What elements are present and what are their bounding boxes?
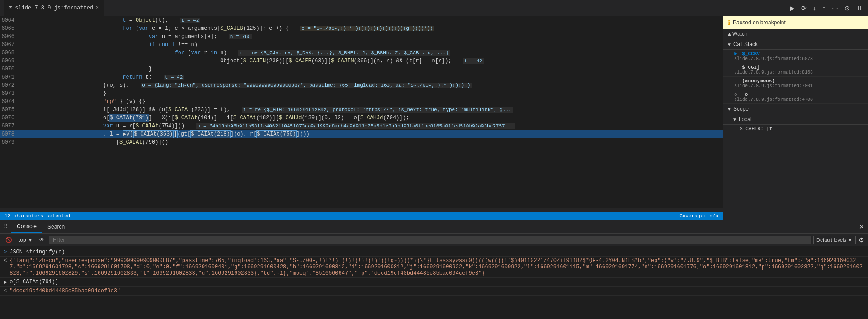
code-line-6073: 6073 }: [0, 89, 723, 98]
code-line-6065: 6065 for (var e = 1; e < arguments[$_CAJ…: [0, 24, 723, 33]
search-tab[interactable]: Search: [42, 220, 70, 233]
code-line-6074: 6074 "rp" } (v) {}: [0, 98, 723, 106]
console-tabs: ⠿ Console Search ✕: [0, 220, 868, 234]
local-chevron: ▼: [732, 117, 737, 122]
call-stack-item-0[interactable]: ► $_CCBv slide.7.8.9.js:formatted:6078: [723, 50, 868, 63]
call-stack-header[interactable]: ▼ Call Stack: [723, 39, 868, 50]
code-line-6066: 6066 var n = arguments[e]; n = 765: [0, 33, 723, 41]
console-line-3[interactable]: ▶ o[$_CAIAt(791)]: [0, 278, 868, 287]
code-line-6069: 6069 Object[$_CAJFN(230)][$_CAJEB(63)][$…: [0, 57, 723, 65]
clear-console-button[interactable]: 🚫: [4, 236, 14, 244]
deactivate-button[interactable]: ⊘: [843, 4, 852, 13]
console-line-4: < "dccd19cf40bd44485c85bac094cef9e3": [0, 287, 868, 296]
watch-section: ▶ Watch: [723, 29, 868, 39]
console-toolbar: 🚫 top ▼ 👁 Default levels ▼ ⚙: [0, 234, 868, 246]
call-stack-section: ▼ Call Stack ► $_CCBv slide.7.8.9.js:for…: [723, 39, 868, 104]
code-line-6072: 6072 }(o, s); o = {lang: "zh-cn", userre…: [0, 81, 723, 89]
breakpoint-notice: ℹ Paused on breakpoint: [723, 16, 868, 29]
code-line-6068: 6068 for (var r in n) r = ne {$_CJa: re,…: [0, 49, 723, 57]
local-label: Local: [739, 116, 752, 122]
bottom-panel: ⠿ Console Search ✕ 🚫 top ▼ 👁 Default lev…: [0, 220, 868, 319]
resume-button[interactable]: ▶: [788, 4, 797, 13]
code-line-6071: 6071 return t; t = 42: [0, 73, 723, 81]
console-text-1: JSON.stringify(o): [9, 249, 864, 255]
more-button[interactable]: ⋯: [830, 4, 840, 13]
close-panel-button[interactable]: ✕: [859, 223, 864, 230]
code-lines[interactable]: 6064 t = Object(t); t = 42 6065: [0, 16, 723, 208]
code-panel: 6064 t = Object(t); t = 42 6065: [0, 16, 723, 220]
info-icon: ℹ: [728, 19, 730, 26]
horizontal-scrollbar[interactable]: [0, 208, 723, 212]
watch-chevron: ▶: [726, 32, 731, 36]
editor-tab[interactable]: ⊡ slide.7.8.9.js:formatted ×: [4, 0, 104, 16]
console-arrow-4: <: [4, 288, 7, 294]
code-line-6079: 6079 [$_CAIAt(790)](): [0, 138, 723, 146]
tab-label: slide.7.8.9.js:formatted: [15, 5, 93, 11]
console-text-2: {"lang":"zh-cn","userresponse":"99909999…: [9, 258, 864, 277]
console-filter-input[interactable]: [49, 236, 811, 244]
console-line-2[interactable]: < {"lang":"zh-cn","userresponse":"999099…: [0, 257, 868, 278]
console-arrow-right: >: [4, 249, 7, 255]
code-line-6076: 6076 o[$_CAIAt(791)] = X(i[$_CAIAt(104)]…: [0, 114, 723, 122]
call-stack-item-2[interactable]: (anonymous) slide.7.8.9.js:formatted:780…: [723, 77, 868, 90]
breakpoint-text: Paused on breakpoint: [733, 19, 786, 26]
call-stack-chevron: ▼: [727, 42, 731, 47]
code-line-6070: 6070 }: [0, 65, 723, 73]
main-area: 6064 t = Object(t); t = 42 6065: [0, 16, 868, 220]
top-context-button[interactable]: top ▼: [17, 236, 35, 244]
console-expand-arrow-3[interactable]: ▶: [4, 279, 7, 286]
call-stack-item-3[interactable]: o o slide.7.8.9.js:formatted:4700: [723, 90, 868, 104]
watch-header[interactable]: ▶ Watch: [723, 29, 868, 39]
console-text-4: "dccd19cf40bd44485c85bac094cef9e3": [9, 288, 864, 294]
step-out-button[interactable]: ↑: [821, 4, 827, 13]
tab-close-button[interactable]: ×: [96, 5, 99, 10]
tab-icon: ⊡: [9, 5, 12, 11]
scope-item-cahir[interactable]: $ CAHIR: [f]: [723, 125, 868, 133]
step-over-button[interactable]: ⟳: [799, 4, 808, 13]
code-line-6077: 6077 var u = r[$_CAIAt(754)]() u = "4b13…: [0, 122, 723, 130]
watch-label: Watch: [732, 31, 748, 37]
eye-button[interactable]: 👁: [38, 236, 47, 244]
code-line-6078: 6078 , l = ▶V[$_CAIAt(353)](gt[$_CAIAt(2…: [0, 130, 723, 138]
call-stack-item-1[interactable]: $_CGIj slide.7.8.9.js:formatted:8168: [723, 63, 868, 77]
scope-chevron: ▼: [727, 107, 731, 112]
scope-section: ▼ Scope ▼ Local $ CAHIR: [f]: [723, 104, 868, 220]
console-tab[interactable]: Console: [11, 220, 42, 233]
console-settings-button[interactable]: ⚙: [859, 236, 864, 244]
code-line-6067: 6067 if (null !== n): [0, 41, 723, 49]
top-bar: ⊡ slide.7.8.9.js:formatted × ▶ ⟳ ↓ ↑ ⋯ ⊘…: [0, 0, 868, 16]
console-content: > JSON.stringify(o) < {"lang":"zh-cn","u…: [0, 246, 868, 319]
selection-status: 12 characters selected: [5, 213, 70, 219]
console-expand-arrow-2: <: [4, 258, 7, 264]
default-levels-button[interactable]: Default levels ▼: [813, 236, 856, 244]
local-header[interactable]: ▼ Local: [723, 114, 868, 125]
console-text-3: o[$_CAIAt(791)]: [9, 279, 864, 285]
console-line-1: > JSON.stringify(o): [0, 248, 868, 257]
code-content: 6064 t = Object(t); t = 42 6065: [0, 16, 723, 208]
step-into-button[interactable]: ↓: [811, 4, 818, 13]
call-stack-label: Call Stack: [733, 41, 758, 47]
debug-toolbar-right: ▶ ⟳ ↓ ↑ ⋯ ⊘ ⏸: [788, 4, 864, 13]
coverage-status: Coverage: n/a: [679, 213, 718, 219]
code-line-6064: 6064 t = Object(t); t = 42: [0, 16, 723, 24]
code-line-6075: 6075 i[_JdJd(128)] && (o[$_CAIAt(223)] =…: [0, 106, 723, 114]
scope-label: Scope: [733, 106, 749, 112]
right-panel: ℹ Paused on breakpoint ▶ Watch ▼ Call St…: [723, 16, 868, 220]
drag-handle-icon: ⠿: [4, 223, 8, 230]
status-bar: 12 characters selected Coverage: n/a: [0, 212, 723, 220]
scope-cahir-value: $ CAHIR: [f]: [740, 126, 775, 131]
pause-button[interactable]: ⏸: [854, 4, 864, 13]
scope-header[interactable]: ▼ Scope: [723, 104, 868, 114]
